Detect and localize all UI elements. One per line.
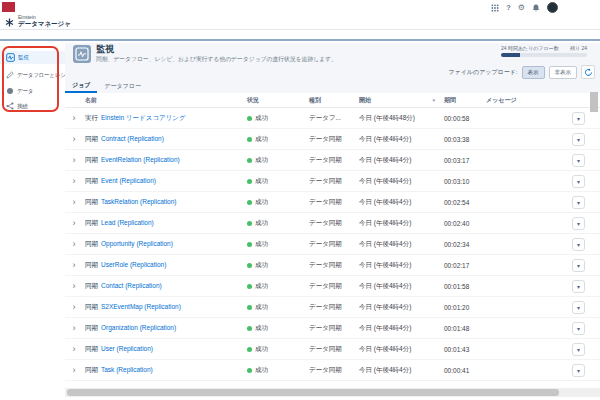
- table-row[interactable]: › 同期S2XEventMap (Replication) 成功 データ同期 今…: [65, 297, 600, 318]
- usage-progress-track: [501, 53, 587, 57]
- job-status-cell: 成功: [245, 177, 307, 186]
- job-status-cell: 成功: [245, 156, 307, 165]
- column-status[interactable]: 状況: [245, 96, 307, 105]
- job-name-link[interactable]: Contract (Replication): [101, 135, 164, 142]
- row-actions-button[interactable]: ▾: [572, 322, 585, 335]
- row-actions-button[interactable]: ▾: [572, 217, 585, 230]
- job-duration: 00:01:20: [442, 304, 484, 311]
- job-name-cell: 同期UserRole (Replication): [83, 261, 245, 270]
- job-name-link[interactable]: Task (Replication): [101, 366, 153, 373]
- usage-progress-fill: [501, 53, 520, 57]
- table-row[interactable]: › 同期Lead (Replication) 成功 データ同期 今日 (午後4時…: [65, 213, 600, 234]
- column-duration[interactable]: 期間: [442, 96, 484, 105]
- row-actions-button[interactable]: ▾: [572, 280, 585, 293]
- table-row[interactable]: › 同期Contract (Replication) 成功 データ同期 今日 (…: [65, 129, 600, 150]
- row-actions-button[interactable]: ▾: [572, 154, 585, 167]
- job-name-cell: 同期User (Replication): [83, 345, 245, 354]
- sidebar-item-connect[interactable]: 接続: [0, 100, 65, 113]
- job-name-link[interactable]: TaskRelation (Replication): [101, 198, 177, 205]
- job-type: データ同期: [307, 240, 357, 249]
- sidebar-item-monitor[interactable]: 監視: [0, 51, 65, 64]
- table-row[interactable]: › 同期Event (Replication) 成功 データ同期 今日 (午後4…: [65, 171, 600, 192]
- expand-chevron-icon[interactable]: ›: [65, 156, 83, 165]
- job-name-link[interactable]: S2XEventMap (Replication): [101, 303, 181, 310]
- table-row[interactable]: › 同期User (Replication) 成功 データ同期 今日 (午後4時…: [65, 339, 600, 360]
- app-launcher-icon[interactable]: [491, 4, 499, 12]
- sidebar-item-dataflows-recipes[interactable]: データフローとレシピ: [0, 69, 65, 82]
- table-row[interactable]: › 同期UserRole (Replication) 成功 データ同期 今日 (…: [65, 255, 600, 276]
- table-row[interactable]: › 同期EventRelation (Replication) 成功 データ同期…: [65, 150, 600, 171]
- dataset-icon: [6, 87, 14, 96]
- expand-chevron-icon[interactable]: ›: [65, 324, 83, 333]
- row-actions-button[interactable]: ▾: [572, 196, 585, 209]
- sort-desc-icon[interactable]: ▼: [432, 98, 436, 103]
- expand-chevron-icon[interactable]: ›: [65, 219, 83, 228]
- row-actions-button[interactable]: ▾: [572, 259, 585, 272]
- help-icon[interactable]: ?: [506, 4, 511, 12]
- sidebar-item-label: 接続: [17, 103, 28, 110]
- horizontal-scrollbar[interactable]: [65, 388, 600, 397]
- tab-jobs[interactable]: ジョブ: [65, 80, 97, 93]
- bell-icon[interactable]: [532, 4, 540, 12]
- table-row[interactable]: › 同期Opportunity (Replication) 成功 データ同期 今…: [65, 234, 600, 255]
- job-name-link[interactable]: User (Replication): [101, 345, 153, 352]
- job-name-link[interactable]: Event (Replication): [101, 177, 156, 184]
- row-actions-button[interactable]: ▾: [572, 343, 585, 356]
- upload-hide-button[interactable]: 非表示: [549, 66, 578, 79]
- row-actions-button[interactable]: ▾: [572, 301, 585, 314]
- global-topbar: ? ⚙: [0, 0, 600, 14]
- job-name-link[interactable]: UserRole (Replication): [101, 261, 166, 268]
- job-name-link[interactable]: Einstein リードスコアリング: [101, 114, 186, 121]
- expand-chevron-icon[interactable]: ›: [65, 240, 83, 249]
- job-duration: 00:03:10: [442, 178, 484, 185]
- table-row[interactable]: › 同期Organization (Replication) 成功 データ同期 …: [65, 318, 600, 339]
- job-name-link[interactable]: Contact (Replication): [101, 282, 162, 289]
- expand-chevron-icon[interactable]: ›: [65, 366, 83, 375]
- column-name[interactable]: 名前: [83, 96, 245, 105]
- table-row[interactable]: › 同期TaskRelation (Replication) 成功 データ同期 …: [65, 192, 600, 213]
- expand-chevron-icon[interactable]: ›: [65, 261, 83, 270]
- job-action-label: 同期: [85, 135, 98, 142]
- job-status-cell: 成功: [245, 135, 307, 144]
- job-status-cell: 成功: [245, 219, 307, 228]
- usage-remaining: 残り 24: [570, 45, 587, 51]
- job-start: 今日 (午後4時4分): [357, 282, 442, 291]
- expand-chevron-icon[interactable]: ›: [65, 345, 83, 354]
- row-actions-button[interactable]: ▾: [572, 112, 585, 125]
- chevron-down-icon: ▾: [577, 199, 580, 206]
- horizontal-scrollbar-thumb[interactable]: [67, 389, 559, 396]
- connect-icon: [6, 102, 14, 111]
- expand-chevron-icon[interactable]: ›: [65, 135, 83, 144]
- column-start[interactable]: 開始 ▼: [357, 96, 442, 105]
- job-name-link[interactable]: Opportunity (Replication): [101, 240, 173, 247]
- expand-chevron-icon[interactable]: ›: [65, 198, 83, 207]
- row-actions-button[interactable]: ▾: [572, 238, 585, 251]
- expand-chevron-icon[interactable]: ›: [65, 303, 83, 312]
- vertical-scrollbar-thumb[interactable]: [590, 92, 598, 112]
- table-row[interactable]: › 同期Task (Replication) 成功 データ同期 今日 (午後4時…: [65, 360, 600, 381]
- job-actions-cell: ▾: [570, 322, 600, 335]
- job-name-link[interactable]: Lead (Replication): [101, 219, 154, 226]
- expand-chevron-icon[interactable]: ›: [65, 177, 83, 186]
- sidebar-item-data[interactable]: データ: [0, 85, 65, 98]
- upload-show-button[interactable]: 表示: [522, 66, 545, 79]
- row-actions-button[interactable]: ▾: [572, 133, 585, 146]
- expand-chevron-icon[interactable]: ›: [65, 114, 83, 123]
- gear-icon[interactable]: ⚙: [518, 4, 525, 12]
- table-row[interactable]: › 実行Einstein リードスコアリング 成功 データフ... 今日 (午後…: [65, 108, 600, 129]
- success-dot-icon: [247, 200, 252, 205]
- job-name-link[interactable]: Organization (Replication): [101, 324, 176, 331]
- job-type: データ同期: [307, 261, 357, 270]
- refresh-button[interactable]: [581, 65, 595, 79]
- job-name-link[interactable]: EventRelation (Replication): [101, 156, 180, 163]
- row-actions-button[interactable]: ▾: [572, 364, 585, 377]
- job-action-label: 同期: [85, 282, 98, 289]
- column-type[interactable]: 種別: [307, 96, 357, 105]
- expand-chevron-icon[interactable]: ›: [65, 282, 83, 291]
- table-row[interactable]: › 同期Contact (Replication) 成功 データ同期 今日 (午…: [65, 276, 600, 297]
- column-message[interactable]: メッセージ: [484, 96, 570, 105]
- user-avatar[interactable]: [547, 2, 558, 13]
- success-dot-icon: [247, 305, 252, 310]
- tab-dataflows[interactable]: データフロー: [97, 80, 148, 93]
- row-actions-button[interactable]: ▾: [572, 175, 585, 188]
